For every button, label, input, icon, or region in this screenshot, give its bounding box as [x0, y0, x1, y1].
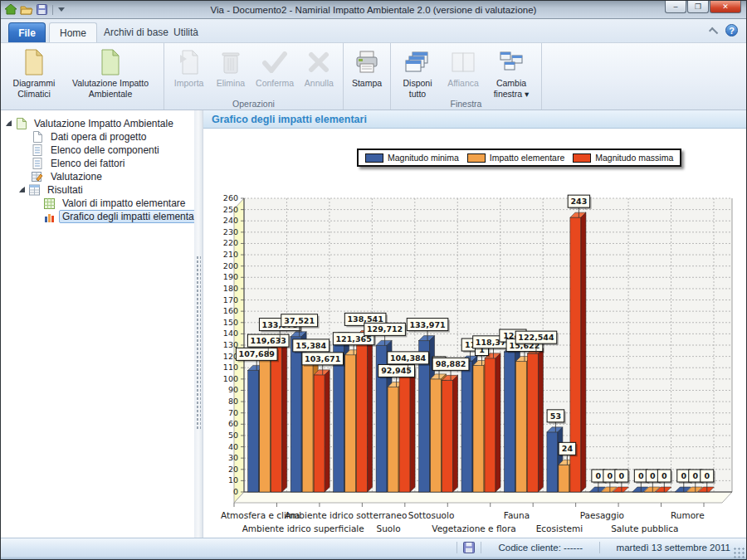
tile-windows-icon — [451, 48, 476, 76]
minimize-button[interactable]: – — [665, 1, 686, 13]
close-button[interactable]: ✕ — [710, 1, 741, 13]
annulla-label: Annulla — [305, 78, 334, 89]
affianca-label: Affianca — [447, 78, 479, 89]
help-icon[interactable]: ? — [725, 24, 738, 37]
conferma-label: Conferma — [256, 78, 294, 89]
open-folder-icon[interactable] — [20, 4, 33, 15]
expanded-triangle-icon[interactable] — [19, 187, 25, 192]
svg-text:160: 160 — [223, 306, 238, 315]
navigation-tree: Valutazione Impatto Ambientale Dati oper… — [1, 110, 194, 538]
cascade-windows-icon — [405, 48, 430, 76]
title-bar: Via - Documento2 - Namirial Impatto Ambi… — [1, 1, 746, 19]
main-area: Valutazione Impatto Ambientale Dati oper… — [1, 110, 746, 538]
tab-file[interactable]: File — [8, 22, 46, 42]
svg-text:104,384: 104,384 — [390, 353, 427, 363]
legend-item-magnitudo-minima: Magnitudo minima — [365, 153, 459, 163]
tree-node-risultati[interactable]: Risultati — [1, 183, 194, 197]
svg-text:0: 0 — [662, 471, 667, 480]
svg-text:240: 240 — [223, 216, 238, 225]
stampa-button[interactable]: Stampa — [347, 46, 387, 101]
elimina-button: Elimina — [210, 46, 251, 101]
ribbon-right-controls: ? — [710, 24, 738, 37]
home-icon[interactable] — [5, 4, 17, 15]
collapse-ribbon-icon[interactable] — [709, 27, 718, 36]
diagrammi-climatici-label: Diagrammi Climatici — [7, 78, 61, 99]
tree-root-valutazione[interactable]: Valutazione Impatto Ambientale — [1, 117, 194, 130]
expanded-triangle-icon[interactable] — [6, 120, 12, 126]
quick-access-toolbar — [1, 4, 65, 15]
svg-text:180: 180 — [223, 284, 238, 293]
svg-text:15,384: 15,384 — [295, 341, 326, 350]
svg-text:119,633: 119,633 — [251, 336, 286, 345]
svg-text:200: 200 — [223, 261, 238, 270]
svg-text:138,541: 138,541 — [347, 314, 383, 324]
svg-text:Vegetazione e flora: Vegetazione e flora — [432, 523, 515, 533]
svg-text:0: 0 — [608, 471, 613, 480]
stampa-label: Stampa — [352, 78, 382, 89]
tree-item-grafico-impatti[interactable]: Grafico degli impatti elementari — [1, 210, 194, 223]
maximize-button[interactable]: ❐ — [687, 1, 709, 13]
svg-text:122,544: 122,544 — [518, 333, 554, 342]
svg-text:129,712: 129,712 — [367, 324, 403, 334]
svg-text:30: 30 — [228, 453, 238, 462]
svg-text:0: 0 — [596, 471, 602, 480]
tree-item-valutazione[interactable]: Valutazione — [1, 170, 194, 183]
svg-text:150: 150 — [223, 318, 238, 327]
green-document-icon — [100, 48, 121, 76]
panel-title: Grafico degli impatti elementari — [212, 114, 367, 125]
legend-swatch-blue — [365, 153, 383, 163]
valutazione-impatto-button[interactable]: Valutazione Impatto Ambientale — [64, 46, 157, 101]
green-grid-icon — [42, 197, 56, 209]
trash-icon — [221, 48, 241, 76]
save-icon[interactable] — [37, 4, 47, 15]
status-bar: Codice cliente: ------ martedì 13 settem… — [1, 538, 746, 557]
svg-text:0: 0 — [233, 487, 238, 496]
bar-chart-icon — [42, 211, 56, 222]
table-icon — [27, 184, 41, 196]
qat-dropdown-icon[interactable] — [58, 7, 65, 12]
switch-windows-icon — [498, 48, 525, 76]
tab-home[interactable]: Home — [49, 22, 97, 42]
svg-text:220: 220 — [223, 238, 238, 247]
svg-text:60: 60 — [228, 419, 238, 428]
tree-item-elenco-fattori[interactable]: Elenco dei fattori — [1, 157, 194, 170]
green-document-icon — [14, 118, 27, 129]
resize-grip[interactable] — [733, 547, 745, 558]
status-date: martedì 13 settembre 2011 — [600, 543, 746, 553]
cambia-finestra-button[interactable]: Cambia finestra ▾ — [486, 46, 537, 101]
list-document-icon — [31, 158, 44, 169]
list-document-icon — [31, 144, 44, 156]
importa-label: Importa — [174, 78, 204, 89]
tab-utilita[interactable]: Utilità — [164, 22, 208, 42]
importa-button: Importa — [168, 46, 210, 101]
disponi-tutto-button[interactable]: Disponi tutto — [394, 46, 441, 101]
svg-text:170: 170 — [223, 295, 238, 304]
qat-separator — [52, 5, 53, 15]
svg-text:230: 230 — [223, 227, 238, 236]
import-document-icon — [178, 48, 200, 76]
svg-text:110: 110 — [223, 363, 238, 372]
ribbon-group-documents: Diagrammi Climatici Valutazione Impatto … — [1, 43, 164, 110]
svg-text:80: 80 — [228, 397, 238, 406]
grid-pencil-icon — [31, 171, 44, 183]
svg-text:260: 260 — [223, 193, 238, 202]
svg-text:0: 0 — [692, 471, 698, 480]
printer-icon — [354, 48, 379, 76]
svg-text:Ambiente idrico sotterraneo: Ambiente idrico sotterraneo — [285, 510, 407, 520]
tree-item-valori-impatto[interactable]: Valori di impatto elementare — [1, 197, 194, 210]
ribbon-group-operazioni: Importa Elimina Conferma Annulla O — [164, 43, 344, 110]
svg-text:243: 243 — [570, 197, 587, 206]
svg-text:0: 0 — [619, 471, 625, 480]
codice-cliente: Codice cliente: ------ — [481, 543, 599, 553]
splitter-grip[interactable] — [196, 256, 201, 430]
svg-text:0: 0 — [638, 471, 644, 480]
panel-splitter[interactable] — [194, 110, 203, 538]
diagrammi-climatici-button[interactable]: Diagrammi Climatici — [4, 46, 64, 101]
svg-text:10: 10 — [228, 475, 238, 485]
tree-item-dati-opera[interactable]: Dati opera di progetto — [1, 130, 194, 144]
group-label-finestra: Finestra — [391, 99, 541, 109]
window-controls: – ❐ ✕ — [664, 1, 741, 13]
status-save-cell[interactable] — [457, 542, 481, 553]
save-icon — [463, 542, 475, 553]
tree-item-elenco-componenti[interactable]: Elenco delle componenti — [1, 144, 194, 157]
